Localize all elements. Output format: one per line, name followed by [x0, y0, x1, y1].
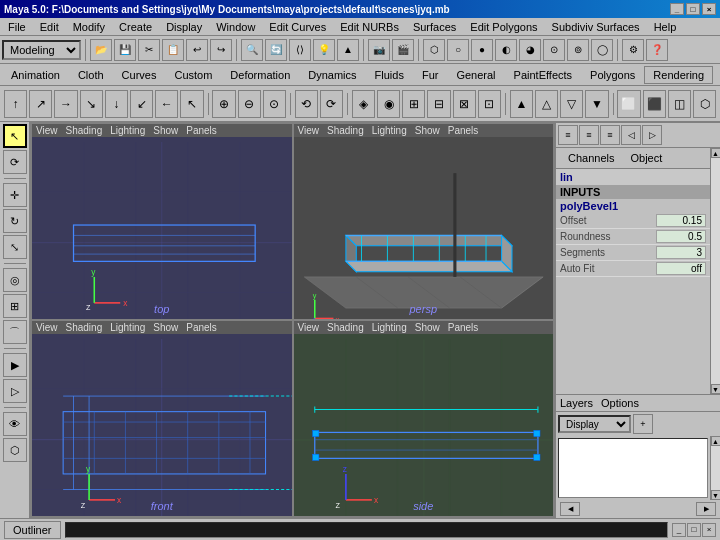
vp-front-view[interactable]: View	[36, 322, 58, 333]
scrollbar-down[interactable]: ▼	[711, 384, 721, 394]
menu-item-edit[interactable]: Edit	[34, 20, 65, 34]
icon-row-btn[interactable]: ←	[155, 90, 178, 118]
layers-scroll-up[interactable]: ▲	[711, 436, 721, 446]
toolbar-icon[interactable]: ↩	[186, 39, 208, 61]
channel-row-value[interactable]: off	[656, 262, 706, 275]
tab-general[interactable]: General	[447, 66, 504, 84]
select-tool[interactable]: ↖	[3, 124, 27, 148]
toolbar-icon[interactable]: 📂	[90, 39, 112, 61]
icon-row-btn[interactable]: ↖	[180, 90, 203, 118]
vp-persp-shading[interactable]: Shading	[327, 125, 364, 136]
icon-row-btn[interactable]: ⟳	[320, 90, 343, 118]
menu-item-edit-nurbs[interactable]: Edit NURBs	[334, 20, 405, 34]
icon-row-btn[interactable]: ↗	[29, 90, 52, 118]
rp-icon-2[interactable]: ≡	[579, 125, 599, 145]
toolbar-icon[interactable]: 🔍	[241, 39, 263, 61]
tab-subdivs[interactable]: Subdivs	[713, 66, 720, 84]
icon-row-btn[interactable]: ⬜	[617, 90, 640, 118]
icon-row-btn[interactable]: ◫	[668, 90, 691, 118]
menu-item-create[interactable]: Create	[113, 20, 158, 34]
menu-item-window[interactable]: Window	[210, 20, 261, 34]
menu-item-edit-curves[interactable]: Edit Curves	[263, 20, 332, 34]
icon-row-btn[interactable]: →	[54, 90, 77, 118]
icon-row-btn[interactable]: ↓	[105, 90, 128, 118]
viewport-front[interactable]: View Shading Lighting Show Panels	[32, 321, 292, 516]
channels-tab[interactable]: Channels	[560, 150, 622, 166]
vp-side-shading[interactable]: Shading	[327, 322, 364, 333]
toolbar-icon[interactable]: ◐	[495, 39, 517, 61]
soft-select[interactable]: ◎	[3, 268, 27, 292]
tab-animation[interactable]: Animation	[2, 66, 69, 84]
tab-fur[interactable]: Fur	[413, 66, 448, 84]
vp-top-view[interactable]: View	[36, 125, 58, 136]
outliner-tab[interactable]: Outliner	[4, 521, 61, 539]
layers-tab[interactable]: Layers	[560, 397, 593, 409]
tab-curves[interactable]: Curves	[113, 66, 166, 84]
toolbar-icon[interactable]: ●	[471, 39, 493, 61]
vp-persp-lighting[interactable]: Lighting	[372, 125, 407, 136]
vp-front-show[interactable]: Show	[153, 322, 178, 333]
toolbar-icon[interactable]: ⟨⟩	[289, 39, 311, 61]
rp-icon-3[interactable]: ≡	[600, 125, 620, 145]
tab-fluids[interactable]: Fluids	[366, 66, 413, 84]
bottom-maximize[interactable]: □	[687, 523, 701, 537]
menu-item-subdiviv-surfaces[interactable]: Subdiviv Surfaces	[546, 20, 646, 34]
icon-row-btn[interactable]: ↑	[4, 90, 27, 118]
icon-row-btn[interactable]: ⊕	[212, 90, 235, 118]
vp-persp-show[interactable]: Show	[415, 125, 440, 136]
icon-row-btn[interactable]: ⊙	[263, 90, 286, 118]
toolbar-icon[interactable]: ⊙	[543, 39, 565, 61]
vp-front-shading[interactable]: Shading	[66, 322, 103, 333]
toolbar-icon[interactable]: ❓	[646, 39, 668, 61]
icon-row-btn[interactable]: ⊖	[238, 90, 261, 118]
toolbar-icon[interactable]: 📷	[368, 39, 390, 61]
menu-item-surfaces[interactable]: Surfaces	[407, 20, 462, 34]
object-tab[interactable]: Object	[622, 150, 670, 166]
snap-curve[interactable]: ⌒	[3, 320, 27, 344]
render[interactable]: ▶	[3, 353, 27, 377]
toolbar-icon[interactable]: ✂	[138, 39, 160, 61]
toolbar-icon[interactable]: 💡	[313, 39, 335, 61]
tab-rendering[interactable]: Rendering	[644, 66, 713, 84]
channel-row-value[interactable]: 0.15	[656, 214, 706, 227]
move-tool[interactable]: ✛	[3, 183, 27, 207]
layers-scroll-down[interactable]: ▼	[711, 490, 721, 500]
vp-side-panels[interactable]: Panels	[448, 322, 479, 333]
viewport-side[interactable]: View Shading Lighting Show Panels	[294, 321, 554, 516]
snap-grid[interactable]: ⊞	[3, 294, 27, 318]
viewport-top[interactable]: View Shading Lighting Show Panels	[32, 124, 292, 319]
icon-row-btn[interactable]: ⬡	[693, 90, 716, 118]
icon-row-btn[interactable]: ⊞	[402, 90, 425, 118]
rp-icon-4[interactable]: ◁	[621, 125, 641, 145]
vp-top-panels[interactable]: Panels	[186, 125, 217, 136]
icon-row-btn[interactable]: ▲	[510, 90, 533, 118]
icon-row-btn[interactable]: ▼	[585, 90, 608, 118]
icon-row-btn[interactable]: ↙	[130, 90, 153, 118]
rp-icon-5[interactable]: ▷	[642, 125, 662, 145]
toolbar-icon[interactable]: ⬡	[423, 39, 445, 61]
menu-item-edit-polygons[interactable]: Edit Polygons	[464, 20, 543, 34]
layers-right-arrow[interactable]: ▶	[696, 502, 716, 516]
vp-side-view[interactable]: View	[298, 322, 320, 333]
show-hide[interactable]: 👁	[3, 412, 27, 436]
menu-item-file[interactable]: File	[2, 20, 32, 34]
maximize-button[interactable]: □	[686, 3, 700, 15]
layers-dropdown[interactable]: Display Render Animation	[558, 415, 631, 433]
layers-scroll-area[interactable]	[558, 438, 708, 498]
vp-persp-view[interactable]: View	[298, 125, 320, 136]
toolbar-icon[interactable]: ⊚	[567, 39, 589, 61]
close-button[interactable]: ×	[702, 3, 716, 15]
tab-polygons[interactable]: Polygons	[581, 66, 644, 84]
scale-tool[interactable]: ⤡	[3, 235, 27, 259]
toolbar-icon[interactable]: ◕	[519, 39, 541, 61]
menu-item-help[interactable]: Help	[648, 20, 683, 34]
menu-item-modify[interactable]: Modify	[67, 20, 111, 34]
icon-row-btn[interactable]: ↘	[80, 90, 103, 118]
minimize-button[interactable]: _	[670, 3, 684, 15]
bottom-close[interactable]: ×	[702, 523, 716, 537]
icon-row-btn[interactable]: ◉	[377, 90, 400, 118]
toolbar-icon[interactable]: ◯	[591, 39, 613, 61]
viewport-persp[interactable]: View Shading Lighting Show Panels	[294, 124, 554, 319]
channel-row-value[interactable]: 0.5	[656, 230, 706, 243]
icon-row-btn[interactable]: ⬛	[643, 90, 666, 118]
